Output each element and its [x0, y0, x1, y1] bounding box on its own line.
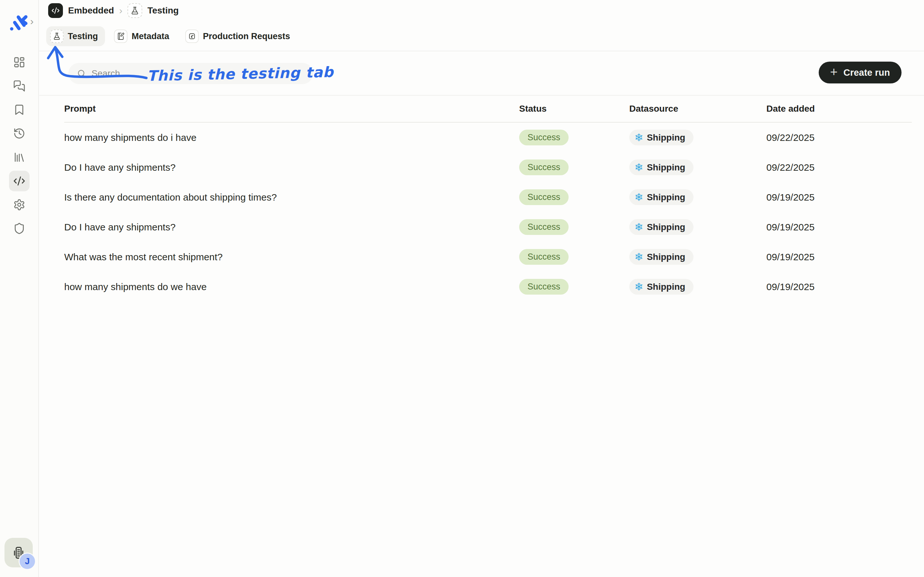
status-badge: Success: [519, 249, 569, 265]
create-run-label: Create run: [843, 68, 890, 78]
row-prompt: Do I have any shipments?: [64, 222, 519, 233]
snowflake-icon: ❄: [634, 132, 643, 143]
table-row[interactable]: how many shipments do i have Success ❄ S…: [64, 122, 912, 152]
status-badge: Success: [519, 160, 569, 175]
flask-icon: [50, 29, 64, 43]
row-date-added: 09/19/2025: [766, 222, 912, 233]
snowflake-icon: ❄: [634, 192, 643, 203]
row-date-added: 09/22/2025: [766, 162, 912, 173]
datasource-badge: ❄ Shipping: [629, 130, 693, 145]
settings-icon[interactable]: [9, 195, 29, 215]
search-icon: [77, 69, 86, 78]
create-run-button[interactable]: + Create run: [819, 61, 901, 84]
snowflake-icon: ❄: [634, 251, 643, 262]
datasource-badge: ❄ Shipping: [629, 219, 693, 235]
snowflake-icon: ❄: [634, 162, 643, 172]
column-header-status: Status: [519, 104, 629, 114]
status-badge: Success: [519, 279, 569, 295]
code-icon[interactable]: [9, 171, 29, 191]
topbar: Embedded › Testing Testing: [39, 0, 924, 52]
production-requests-icon: [185, 29, 199, 43]
status-cell: Success: [519, 130, 629, 145]
status-cell: Success: [519, 249, 629, 265]
row-date-added: 09/19/2025: [766, 281, 912, 292]
breadcrumb-separator: ›: [119, 5, 123, 16]
datasource-badge: ❄ Shipping: [629, 189, 693, 205]
status-badge: Success: [519, 189, 569, 205]
tab-label: Testing: [68, 31, 98, 41]
datasource-cell: ❄ Shipping: [629, 249, 766, 265]
sidebar: ›: [0, 0, 39, 577]
datasource-label: Shipping: [647, 132, 685, 143]
tab-label: Metadata: [132, 31, 169, 41]
datasource-cell: ❄ Shipping: [629, 279, 766, 295]
snowflake-icon: ❄: [634, 281, 643, 292]
breadcrumb-project[interactable]: Embedded: [68, 5, 114, 16]
status-cell: Success: [519, 279, 629, 295]
app-logo-icon: [9, 13, 28, 33]
dashboard-icon[interactable]: [9, 52, 29, 73]
datasource-cell: ❄ Shipping: [629, 160, 766, 175]
datasource-label: Shipping: [647, 252, 685, 262]
table-row[interactable]: Do I have any shipments? Success ❄ Shipp…: [64, 212, 912, 242]
bookmark-icon[interactable]: [9, 100, 29, 120]
status-cell: Success: [519, 189, 629, 205]
table-row[interactable]: Is there any documentation about shippin…: [64, 182, 912, 212]
row-prompt: Do I have any shipments?: [64, 162, 519, 173]
datasource-label: Shipping: [647, 163, 685, 172]
metadata-icon: [114, 29, 127, 43]
row-prompt: Is there any documentation about shippin…: [64, 192, 519, 203]
table-row[interactable]: Do I have any shipments? Success ❄ Shipp…: [64, 152, 912, 182]
status-cell: Success: [519, 160, 629, 175]
datasource-label: Shipping: [647, 282, 685, 292]
main-content: Embedded › Testing Testing: [39, 0, 924, 577]
runs-table: Prompt Status Datasource Date added how …: [39, 96, 924, 301]
shield-icon[interactable]: [9, 218, 29, 239]
avatar[interactable]: J: [19, 553, 36, 570]
tab-metadata[interactable]: Metadata: [110, 26, 176, 46]
status-cell: Success: [519, 219, 629, 235]
row-prompt: how many shipments do we have: [64, 281, 519, 292]
row-prompt: What was the most recent shipment?: [64, 251, 519, 263]
sidebar-expand-chevron[interactable]: ›: [30, 16, 34, 26]
chat-icon[interactable]: [9, 76, 29, 96]
tab-production-requests[interactable]: Production Requests: [181, 26, 297, 46]
datasource-badge: ❄ Shipping: [629, 279, 693, 295]
row-date-added: 09/19/2025: [766, 192, 912, 203]
column-header-datasource: Datasource: [629, 104, 766, 114]
search-input[interactable]: [92, 68, 305, 79]
tab-testing[interactable]: Testing: [46, 26, 105, 46]
table-row[interactable]: What was the most recent shipment? Succe…: [64, 242, 912, 272]
sidebar-nav: [9, 52, 29, 239]
row-date-added: 09/19/2025: [766, 251, 912, 263]
breadcrumb: Embedded › Testing: [48, 3, 179, 18]
breadcrumb-page[interactable]: Testing: [147, 5, 179, 16]
column-header-date-added: Date added: [766, 104, 912, 114]
column-header-prompt: Prompt: [64, 104, 519, 114]
table-header: Prompt Status Datasource Date added: [64, 96, 912, 122]
datasource-badge: ❄ Shipping: [629, 249, 693, 265]
datasource-cell: ❄ Shipping: [629, 130, 766, 145]
history-icon[interactable]: [9, 123, 29, 144]
row-prompt: how many shipments do i have: [64, 132, 519, 143]
datasource-cell: ❄ Shipping: [629, 219, 766, 235]
flask-icon: [127, 3, 142, 18]
toolbar: + Create run: [39, 52, 924, 96]
datasource-cell: ❄ Shipping: [629, 189, 766, 205]
datasource-label: Shipping: [647, 192, 685, 203]
datasource-label: Shipping: [647, 222, 685, 232]
table-body: how many shipments do i have Success ❄ S…: [64, 122, 912, 301]
snowflake-icon: ❄: [634, 222, 643, 232]
table-row[interactable]: how many shipments do we have Success ❄ …: [64, 272, 912, 301]
code-badge-icon: [48, 3, 63, 18]
plus-icon: +: [830, 65, 838, 79]
row-date-added: 09/22/2025: [766, 132, 912, 143]
status-badge: Success: [519, 219, 569, 235]
tab-bar: Testing Metadata: [46, 26, 297, 46]
datasource-badge: ❄ Shipping: [629, 160, 693, 175]
status-badge: Success: [519, 130, 569, 145]
tab-label: Production Requests: [203, 31, 290, 41]
library-icon[interactable]: [9, 147, 29, 168]
search-box[interactable]: [68, 63, 313, 84]
